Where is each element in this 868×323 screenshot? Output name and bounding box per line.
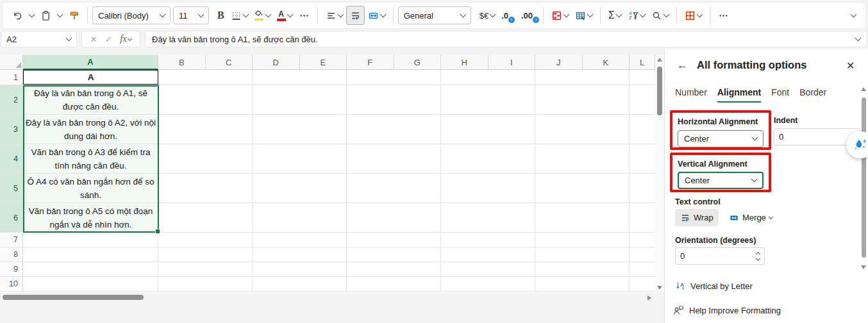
row-header-9[interactable]: 9 bbox=[0, 262, 23, 276]
column-header-H[interactable]: H bbox=[441, 55, 488, 70]
panel-scrollbar[interactable] bbox=[860, 86, 866, 278]
horizontal-scrollbar[interactable] bbox=[0, 294, 655, 301]
row-header-10[interactable]: 10 bbox=[0, 277, 23, 291]
empty-cells[interactable] bbox=[158, 233, 655, 247]
cell-A4[interactable]: Văn bản trong ô A3 để kiểm tra tính năng… bbox=[23, 144, 158, 173]
panel-scrollbar-thumb[interactable] bbox=[862, 97, 866, 258]
designer-float-button[interactable] bbox=[846, 131, 868, 158]
empty-cells[interactable] bbox=[158, 144, 655, 173]
cell-A2[interactable]: Đây là văn bản trong ô A1, sẽ được căn đ… bbox=[23, 85, 158, 114]
empty-cells[interactable] bbox=[158, 70, 655, 85]
column-header-A[interactable]: A bbox=[23, 55, 158, 70]
empty-cells[interactable] bbox=[158, 277, 655, 291]
currency-format-button[interactable]: $€ bbox=[476, 6, 498, 25]
vertical-alignment-select[interactable]: Center bbox=[678, 172, 764, 189]
column-header-B[interactable]: B bbox=[158, 55, 206, 70]
back-icon[interactable]: ← bbox=[677, 59, 688, 72]
tab-alignment[interactable]: Alignment bbox=[717, 87, 761, 103]
conditional-formatting-button[interactable] bbox=[548, 6, 572, 25]
cell-styles-button[interactable] bbox=[681, 6, 705, 25]
name-box[interactable]: A2 bbox=[1, 31, 77, 47]
increase-decimal-button[interactable]: .00› bbox=[518, 6, 538, 25]
font-color-button[interactable]: A bbox=[274, 6, 296, 25]
column-header-I[interactable]: I bbox=[488, 55, 536, 70]
cell-A10[interactable] bbox=[23, 277, 158, 291]
number-format-combo[interactable]: General bbox=[398, 6, 471, 24]
undo-button[interactable] bbox=[9, 6, 26, 25]
empty-cells[interactable] bbox=[158, 174, 655, 203]
vertical-scrollbar-thumb[interactable] bbox=[657, 67, 662, 115]
scroll-right-arrow[interactable] bbox=[647, 295, 651, 301]
wrap-text-button[interactable] bbox=[346, 6, 365, 25]
vertical-scrollbar[interactable] bbox=[655, 55, 664, 292]
tab-font[interactable]: Font bbox=[771, 87, 789, 103]
column-header-K[interactable]: K bbox=[583, 55, 630, 70]
tab-number[interactable]: Number bbox=[675, 87, 707, 103]
empty-cells[interactable] bbox=[158, 203, 655, 232]
cell-A1[interactable]: A bbox=[23, 70, 158, 85]
merge-cells-button[interactable] bbox=[365, 6, 388, 25]
cell-A3[interactable]: Đây là văn bản trong ô A2, với nội dung … bbox=[23, 115, 158, 144]
cell-A7[interactable] bbox=[23, 233, 158, 247]
column-header-F[interactable]: F bbox=[347, 55, 394, 70]
cell-A5[interactable]: Ô A4 có văn bản ngắn hơn để so sánh. bbox=[23, 174, 158, 203]
orientation-spinner[interactable] bbox=[756, 253, 760, 260]
cancel-button[interactable]: ✕ bbox=[90, 35, 97, 44]
bold-button[interactable]: B bbox=[214, 6, 228, 25]
scroll-up-arrow[interactable] bbox=[657, 58, 662, 62]
cell-A9[interactable] bbox=[23, 262, 158, 276]
merge-button[interactable]: Merge bbox=[724, 209, 778, 226]
formula-bar-expand-icon[interactable] bbox=[855, 35, 862, 41]
undo-menu-button[interactable] bbox=[26, 6, 37, 25]
column-header-L[interactable]: L bbox=[630, 55, 655, 70]
help-improve-button[interactable]: Help Improve Formatting bbox=[672, 305, 781, 316]
column-header-G[interactable]: G bbox=[394, 55, 442, 70]
fill-color-button[interactable] bbox=[251, 6, 274, 25]
row-header-1[interactable]: 1 bbox=[0, 70, 23, 85]
row-header-2[interactable]: 2 bbox=[0, 85, 23, 114]
autosum-button[interactable]: Σ bbox=[605, 6, 624, 25]
borders-button[interactable] bbox=[228, 6, 251, 25]
column-header-E[interactable]: E bbox=[300, 55, 347, 70]
orientation-input[interactable]: 0 bbox=[675, 247, 765, 265]
horizontal-alignment-select[interactable]: Center bbox=[678, 130, 764, 147]
wrap-button[interactable]: Wrap bbox=[675, 209, 719, 226]
vertical-by-letter-button[interactable]: A Vertical by Letter bbox=[675, 281, 753, 291]
more-font-options-button[interactable] bbox=[296, 6, 313, 25]
row-header-7[interactable]: 7 bbox=[0, 233, 23, 247]
select-all-corner[interactable] bbox=[0, 55, 23, 70]
decrease-decimal-button[interactable]: .0‹ bbox=[498, 6, 514, 25]
empty-cells[interactable] bbox=[158, 85, 655, 114]
font-size-combo[interactable]: 11 bbox=[173, 6, 209, 24]
row-header-4[interactable]: 4 bbox=[0, 144, 23, 173]
empty-cells[interactable] bbox=[158, 262, 655, 276]
formula-bar[interactable]: Đây là văn bản trong ô A1, sẽ được căn đ… bbox=[145, 31, 867, 47]
scroll-down-arrow[interactable] bbox=[657, 286, 662, 290]
cell-A8[interactable] bbox=[23, 247, 158, 261]
column-header-J[interactable]: J bbox=[535, 55, 583, 70]
row-header-3[interactable]: 3 bbox=[0, 115, 23, 144]
find-button[interactable] bbox=[648, 6, 672, 25]
insert-function-button[interactable]: fx bbox=[120, 34, 131, 44]
enter-button[interactable]: ✓ bbox=[105, 35, 112, 44]
horizontal-scrollbar-thumb[interactable] bbox=[3, 295, 144, 300]
sort-filter-button[interactable]: AZ bbox=[624, 6, 648, 25]
format-painter-button[interactable] bbox=[65, 6, 83, 25]
row-header-5[interactable]: 5 bbox=[0, 174, 23, 203]
panel-scroll-down-arrow[interactable] bbox=[861, 265, 866, 269]
format-as-table-button[interactable] bbox=[572, 6, 596, 25]
column-header-D[interactable]: D bbox=[253, 55, 300, 70]
font-name-combo[interactable]: Calibri (Body) bbox=[92, 6, 171, 24]
paste-button[interactable] bbox=[37, 6, 54, 25]
row-header-6[interactable]: 6 bbox=[0, 203, 23, 232]
empty-cells[interactable] bbox=[158, 247, 655, 261]
cell-A6[interactable]: Văn bản trong ô A5 có một đoạn ngắn và d… bbox=[23, 203, 158, 232]
paste-menu-button[interactable] bbox=[54, 6, 65, 25]
row-header-8[interactable]: 8 bbox=[0, 247, 23, 261]
panel-scroll-up-arrow[interactable] bbox=[861, 87, 866, 91]
close-icon[interactable]: ✕ bbox=[846, 60, 855, 72]
empty-cells[interactable] bbox=[158, 115, 655, 144]
align-button[interactable] bbox=[322, 6, 346, 25]
tab-border[interactable]: Border bbox=[799, 87, 826, 103]
ribbon-collapse-button[interactable] bbox=[848, 6, 859, 25]
